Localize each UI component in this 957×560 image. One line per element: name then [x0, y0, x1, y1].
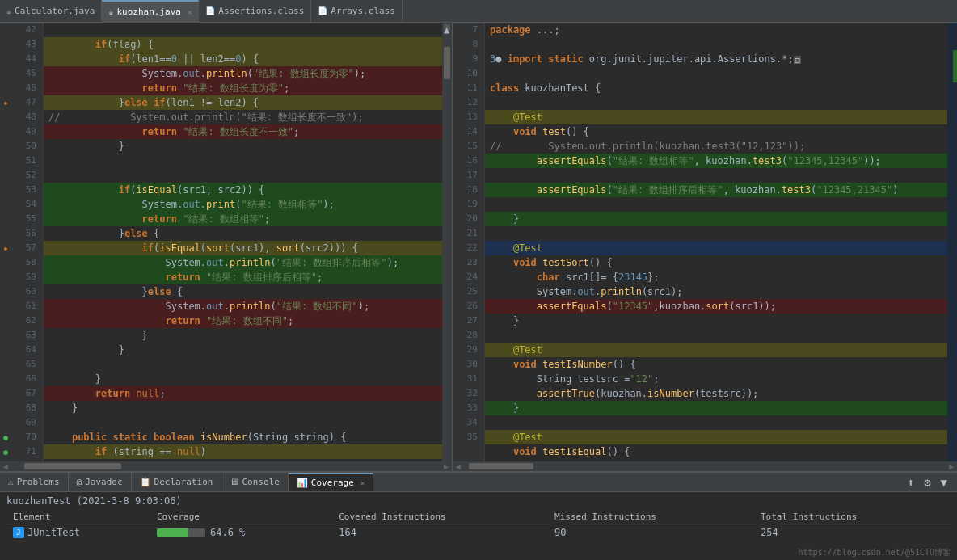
rcode-11: class kuozhanTest {	[485, 81, 947, 95]
col-element: Element	[6, 510, 150, 524]
coverage-bar-container: 64.6 %	[157, 527, 326, 538]
junit-element-cell: J JUnitTest	[6, 524, 150, 541]
rln-17: 17	[459, 168, 478, 183]
tab-coverage-label: Coverage	[311, 478, 354, 488]
rln-13: 13	[459, 110, 478, 124]
tab-calculator[interactable]: ☕ Calculator.java	[0, 0, 102, 22]
right-horiz-scroll[interactable]: ◀ ▶	[453, 461, 957, 471]
rscroll-right-arrow[interactable]: ▶	[949, 462, 954, 471]
right-horiz-thumb[interactable]	[469, 463, 533, 469]
ln-69: 69	[18, 415, 36, 430]
rcode-35: @Test	[485, 430, 947, 444]
rcode-21	[485, 226, 947, 241]
rcode-13: @Test	[485, 110, 947, 124]
rln-15: 15	[459, 139, 478, 154]
gutter-46	[0, 81, 11, 95]
rln-35: 35	[459, 430, 478, 444]
rcode-36: void testIsEqual() {	[485, 444, 947, 459]
scroll-right-arrow[interactable]: ▶	[444, 462, 449, 471]
right-scroll-bar[interactable]	[947, 23, 957, 461]
console-icon: 🖥	[230, 477, 238, 487]
editor-area: ◆ ◆	[0, 23, 957, 471]
rln-22: 22	[459, 241, 478, 255]
left-scroll-thumb[interactable]	[444, 47, 450, 79]
code-line-44: if(len1==0 || len2==0) {	[44, 52, 442, 66]
tab-arrays-label: Arrays.class	[331, 6, 394, 16]
tab-assertions[interactable]: 📄 Assertions.class	[199, 0, 311, 22]
declaration-icon: 📋	[140, 477, 151, 487]
tab-console[interactable]: 🖥 Console	[221, 473, 288, 491]
java-icon-2: ☕	[108, 7, 113, 16]
tab-kuozhan[interactable]: ☕ kuozhan.java ✕	[102, 0, 199, 22]
code-line-57: if(isEqual(sort(src1), sort(src2))) {	[44, 241, 442, 255]
code-line-71: if (string == null)	[44, 444, 442, 459]
rln-11: 11	[459, 81, 478, 95]
right-code-content: package ...; 3● import static org.junit.…	[485, 23, 947, 461]
scroll-up-arrow[interactable]: ▲	[444, 24, 450, 31]
rln-20: 20	[459, 212, 478, 226]
left-code-editor[interactable]: ◆ ◆	[0, 23, 452, 461]
coverage-icon: 📊	[297, 478, 308, 488]
coverage-bar-fill	[157, 528, 188, 537]
code-line-49: return "结果: 数组长度不一致";	[44, 124, 442, 139]
ln-58: 58	[18, 255, 36, 270]
code-line-48: // System.out.println("结果: 数组长度不一致");	[44, 110, 442, 124]
left-horiz-thumb[interactable]	[24, 463, 121, 469]
settings-icon[interactable]: ⚙	[921, 474, 934, 491]
tab-kuozhan-label: kuozhan.java	[116, 6, 180, 17]
tab-problems[interactable]: ⚠ Problems	[0, 473, 69, 491]
code-line-66: }	[44, 372, 442, 386]
code-line-51	[44, 154, 442, 168]
main-tab-bar: ☕ Calculator.java ☕ kuozhan.java ✕ 📄 Ass…	[0, 0, 957, 23]
ln-66: 66	[18, 372, 36, 386]
gutter-62	[0, 314, 11, 328]
rln-30: 30	[459, 357, 478, 372]
right-code-editor[interactable]: 7 8 9 10 11 12 13 14 15 16 17 18 19 20 2…	[453, 23, 957, 461]
rscroll-left-arrow[interactable]: ◀	[456, 462, 461, 471]
rln-9: 9	[459, 52, 478, 66]
junit-covered-cell: 164	[332, 524, 548, 541]
rln-26: 26	[459, 299, 478, 314]
java-icon: ☕	[6, 6, 11, 15]
scroll-left-arrow[interactable]: ◀	[3, 462, 8, 471]
ln-62: 62	[18, 314, 36, 328]
code-line-68: }	[44, 401, 442, 415]
right-coverage-minimap	[947, 23, 957, 461]
ln-42: 42	[18, 23, 36, 37]
export-icon[interactable]: ⬆	[904, 474, 917, 491]
tab-kuozhan-close[interactable]: ✕	[188, 8, 192, 16]
gutter-52	[0, 168, 11, 183]
coverage-bar	[157, 528, 205, 537]
minimize-icon[interactable]: ▼	[938, 474, 951, 491]
coverage-header: kuozhanTest (2021-3-8 9:03:06)	[6, 495, 951, 507]
class-icon-2: 📄	[318, 6, 327, 15]
gutter-47-diamond: ◆	[0, 95, 11, 110]
ln-48: 48	[18, 110, 36, 124]
rln-18: 18	[459, 183, 478, 197]
rcode-27: }	[485, 314, 947, 328]
ln-45: 45	[18, 66, 36, 81]
gutter-51	[0, 154, 11, 168]
rcode-33: }	[485, 401, 947, 415]
left-pane: ◆ ◆	[0, 23, 453, 471]
rcode-20: }	[485, 212, 947, 226]
tab-coverage[interactable]: 📊 Coverage ✕	[289, 473, 373, 491]
code-line-56: }else {	[44, 226, 442, 241]
left-line-numbers: 42 43 44 45 46 47 48 49 50 51 52 53 54 5…	[11, 23, 44, 461]
gutter-69	[0, 415, 11, 430]
rln-23: 23	[459, 255, 478, 270]
tab-javadoc-label: Javadoc	[85, 477, 122, 487]
left-horiz-scroll[interactable]: ◀ ▶	[0, 461, 452, 471]
left-scroll-indicator[interactable]: ▲	[442, 23, 452, 461]
ln-67: 67	[18, 386, 36, 401]
tab-arrays[interactable]: 📄 Arrays.class	[311, 0, 402, 22]
problems-icon: ⚠	[8, 477, 14, 487]
tab-javadoc[interactable]: @ Javadoc	[69, 473, 132, 491]
ln-57: 57	[18, 241, 36, 255]
tab-declaration[interactable]: 📋 Declaration	[132, 473, 222, 491]
gutter-54	[0, 197, 11, 212]
ln-44: 44	[18, 52, 36, 66]
rcode-29: @Test	[485, 343, 947, 357]
gutter-61	[0, 299, 11, 314]
coverage-tab-close[interactable]: ✕	[360, 479, 365, 487]
